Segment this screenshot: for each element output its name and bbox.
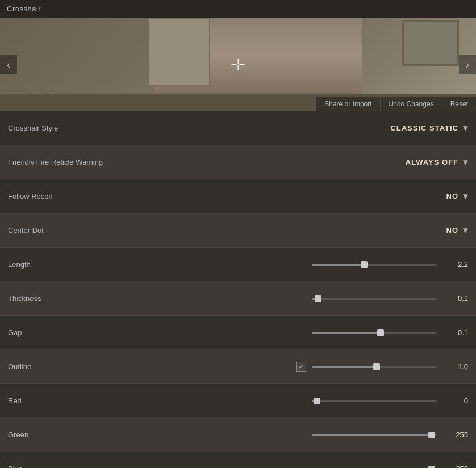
chevron-down-icon-friendly-fire: ▾ [463,157,468,168]
value-red: 0 [442,396,468,405]
setting-row-blue: Blue255 [0,452,476,468]
chevron-down-icon-center-dot: ▾ [463,225,468,236]
settings-container: Crosshair StyleCLASSIC STATIC▾Friendly F… [0,111,476,468]
control-outline: 1.0 [122,362,468,372]
preview-area: ‹ › Share or Import Undo Changes Reset [0,18,476,111]
slider-green[interactable] [312,434,437,436]
label-green: Green [8,431,122,439]
preview-action-buttons: Share or Import Undo Changes Reset [316,97,476,111]
setting-row-green: Green255 [0,418,476,452]
title-bar: Crosshair [0,0,476,18]
value-blue: 255 [442,465,468,468]
label-friendly-fire: Friendly Fire Reticle Warning [8,158,122,166]
control-friendly-fire: ALWAYS OFF▾ [122,157,468,168]
dropdown-center-dot[interactable]: NO▾ [446,225,469,236]
setting-row-outline: Outline1.0 [0,350,476,384]
page-title: Crosshair [7,5,41,13]
label-follow-recoil: Follow Recoil [8,192,122,200]
label-length: Length [8,260,122,269]
dropdown-follow-recoil[interactable]: NO▾ [446,191,469,202]
control-center-dot: NO▾ [122,225,468,236]
dropdown-value-center-dot: NO [446,226,459,235]
reset-button[interactable]: Reset [442,97,476,111]
label-crosshair-style: Crosshair Style [8,124,122,132]
value-gap: 0.1 [442,328,468,337]
label-center-dot: Center Dot [8,226,122,235]
label-gap: Gap [8,328,122,337]
prev-nav-button[interactable]: ‹ [0,55,17,74]
setting-row-follow-recoil: Follow RecoilNO▾ [0,179,476,214]
setting-row-red: Red0 [0,384,476,418]
next-nav-button[interactable]: › [459,55,476,74]
label-red: Red [8,396,122,405]
undo-changes-button[interactable]: Undo Changes [380,97,442,111]
setting-row-friendly-fire: Friendly Fire Reticle WarningALWAYS OFF▾ [0,145,476,179]
dropdown-crosshair-style[interactable]: CLASSIC STATIC▾ [390,123,468,133]
value-green: 255 [442,431,468,439]
checkbox-outline[interactable] [296,362,306,372]
control-length: 2.2 [122,260,468,269]
slider-thickness[interactable] [312,298,437,300]
dropdown-value-friendly-fire: ALWAYS OFF [406,158,458,166]
label-outline: Outline [8,362,122,371]
slider-outline[interactable] [312,366,437,368]
setting-row-length: Length2.2 [0,248,476,282]
control-gap: 0.1 [122,328,468,337]
control-follow-recoil: NO▾ [122,191,468,202]
dropdown-value-crosshair-style: CLASSIC STATIC [390,124,458,132]
value-length: 2.2 [442,260,468,269]
share-import-button[interactable]: Share or Import [316,97,379,111]
crosshair-preview [232,59,245,70]
chevron-down-icon-crosshair-style: ▾ [463,123,468,133]
slider-gap[interactable] [312,332,437,334]
dropdown-value-follow-recoil: NO [446,192,459,200]
control-blue: 255 [122,465,468,468]
control-crosshair-style: CLASSIC STATIC▾ [122,123,468,133]
setting-row-crosshair-style: Crosshair StyleCLASSIC STATIC▾ [0,111,476,145]
label-thickness: Thickness [8,294,122,303]
control-green: 255 [122,431,468,439]
value-thickness: 0.1 [442,294,468,303]
label-blue: Blue [8,465,122,468]
setting-row-center-dot: Center DotNO▾ [0,214,476,248]
control-thickness: 0.1 [122,294,468,303]
slider-red[interactable] [312,400,437,402]
setting-row-gap: Gap0.1 [0,316,476,350]
chevron-down-icon-follow-recoil: ▾ [463,191,468,202]
value-outline: 1.0 [442,362,468,371]
control-red: 0 [122,396,468,405]
dropdown-friendly-fire[interactable]: ALWAYS OFF▾ [406,157,468,168]
setting-row-thickness: Thickness0.1 [0,282,476,316]
slider-length[interactable] [312,264,437,266]
